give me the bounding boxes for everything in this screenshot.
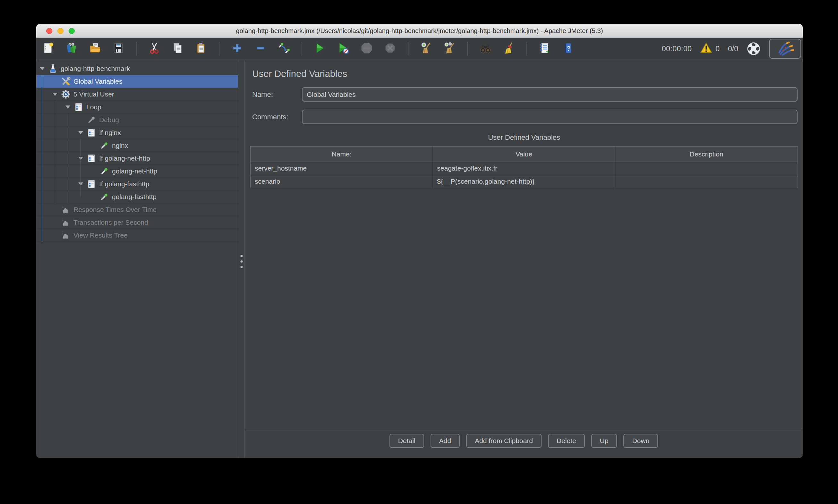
comments-input[interactable]: [302, 110, 798, 124]
sampler-disabled-icon: [86, 114, 97, 126]
close-window-button[interactable]: [46, 28, 52, 34]
expand-arrow-icon[interactable]: [75, 157, 86, 160]
clear-all-icon: [443, 42, 456, 56]
table-row: scenario${__P(scenario,golang-net-http)}: [250, 175, 798, 188]
new-button[interactable]: [42, 42, 54, 55]
expand-arrow-icon[interactable]: [50, 93, 60, 96]
expand-arrow-icon[interactable]: [63, 106, 73, 109]
jmeter-logo-icon: [776, 40, 795, 57]
new-file-icon: [42, 42, 54, 56]
tree-item-debug[interactable]: Debug: [36, 113, 238, 126]
tree-item-label: If golang-fasthttp: [99, 180, 149, 188]
add-from-clipboard-button[interactable]: Add from Clipboard: [466, 434, 542, 448]
tree-item-label: nginx: [112, 142, 128, 149]
table-header-row: Name:ValueDescription: [250, 146, 798, 162]
clear-button[interactable]: [420, 42, 433, 55]
tree-item-view-results-tree[interactable]: View Results Tree: [36, 229, 238, 242]
table-cell[interactable]: seagate-goflex.itix.fr: [433, 162, 615, 175]
tree-item-golang-net-http[interactable]: golang-net-http: [36, 165, 238, 178]
paste-icon: [195, 42, 208, 56]
toolbar-separator: [219, 42, 220, 56]
titlebar[interactable]: golang-http-benchmark.jmx (/Users/nicola…: [36, 24, 803, 38]
name-input[interactable]: [302, 87, 798, 102]
start-no-pauses-button[interactable]: [337, 42, 350, 55]
start-button[interactable]: [313, 42, 326, 55]
controller-icon: [86, 127, 97, 139]
variables-icon: [60, 76, 72, 87]
warning-icon: [700, 42, 712, 55]
expand-arrow-icon[interactable]: [75, 131, 86, 134]
open-button[interactable]: [89, 42, 101, 55]
cut-button[interactable]: [148, 42, 161, 55]
table-row: server_hostnameseagate-goflex.itix.fr: [250, 162, 798, 175]
toggle-icon: [278, 42, 290, 56]
table-cell[interactable]: ${__P(scenario,golang-net-http)}: [433, 175, 615, 188]
function-helper-button[interactable]: [538, 42, 551, 55]
cut-icon: [148, 42, 161, 56]
detail-button[interactable]: Detail: [389, 434, 424, 448]
tree-item-label: 5 Virtual User: [73, 90, 114, 98]
chart-listener-icon: [60, 230, 72, 241]
paste-button[interactable]: [195, 42, 208, 55]
test-plan-icon: [47, 63, 59, 74]
udv-editor-panel: User Defined Variables Name: Comments: U…: [244, 60, 803, 458]
tree-item-loop[interactable]: Loop: [36, 101, 238, 113]
tree-item-nginx[interactable]: nginx: [36, 139, 238, 152]
plus-icon: [231, 42, 244, 56]
expand-arrow-icon[interactable]: [75, 182, 86, 186]
up-button[interactable]: Up: [591, 434, 617, 448]
copy-button[interactable]: [171, 42, 184, 55]
button-bar-divider: [245, 429, 803, 429]
function-helper-icon: [538, 42, 551, 56]
tree-item-label: View Results Tree: [73, 232, 128, 239]
table-button-bar: DetailAddAdd from ClipboardDeleteUpDown: [245, 434, 803, 448]
table-cell[interactable]: [615, 175, 798, 188]
down-button[interactable]: Down: [623, 434, 658, 448]
expand-arrow-icon[interactable]: [37, 67, 47, 70]
remove-button[interactable]: [254, 42, 267, 55]
minimize-window-button[interactable]: [57, 28, 64, 34]
save-button[interactable]: [112, 42, 125, 55]
clear-icon: [420, 42, 433, 56]
help-button[interactable]: ?: [562, 42, 575, 55]
clear-all-button[interactable]: [443, 42, 456, 55]
reset-search-icon: [502, 42, 515, 56]
jmeter-logo-button[interactable]: [769, 39, 801, 59]
splitter[interactable]: [238, 60, 244, 458]
log-warning-indicator[interactable]: 0: [700, 42, 720, 55]
add-button[interactable]: Add: [431, 434, 460, 448]
search-button[interactable]: [479, 42, 492, 55]
table-cell[interactable]: [615, 162, 798, 175]
table-cell[interactable]: scenario: [250, 175, 433, 188]
tree-item-label: If nginx: [99, 129, 121, 137]
templates-button[interactable]: [65, 42, 78, 55]
desktop: { "window": { "title": "golang-http-benc…: [0, 0, 838, 504]
toggle-button[interactable]: [278, 42, 290, 55]
tree-item-if-nginx[interactable]: If nginx: [36, 126, 238, 139]
tree-item-global-variables[interactable]: Global Variables: [36, 75, 238, 88]
search-icon: [479, 42, 492, 56]
tree-item-transactions-per-second[interactable]: Transactions per Second: [36, 216, 238, 229]
tree-item-response-times-over-time[interactable]: Response Times Over Time: [36, 203, 238, 216]
copy-icon: [171, 42, 184, 56]
tree-item-label: Loop: [86, 103, 101, 111]
tree-item-if-golang-net-http[interactable]: If golang-net-http: [36, 152, 238, 165]
reset-search-button[interactable]: [502, 42, 515, 55]
templates-icon: [65, 42, 78, 56]
tree-item-golang-http-benchmark[interactable]: golang-http-benchmark: [36, 62, 238, 75]
shutdown-button[interactable]: [384, 42, 397, 55]
tree-item-label: Response Times Over Time: [73, 206, 157, 214]
table-cell[interactable]: server_hostname: [250, 162, 433, 175]
tree-item-golang-fasthttp[interactable]: golang-fasthttp: [36, 191, 238, 203]
delete-button[interactable]: Delete: [548, 434, 585, 448]
tree-item-if-golang-fasthttp[interactable]: If golang-fasthttp: [36, 178, 238, 191]
tree-item-label: Debug: [99, 116, 119, 124]
add-button[interactable]: [231, 42, 244, 55]
toolbar: STOP? 00:00:00 0 0/0: [36, 38, 803, 60]
tree-item-5-virtual-user[interactable]: 5 Virtual User: [36, 88, 238, 101]
panel-title: User Defined Variables: [252, 69, 347, 79]
tree-item-label: golang-net-http: [112, 167, 157, 175]
zoom-window-button[interactable]: [69, 28, 75, 34]
tree-item-label: golang-fasthttp: [112, 193, 157, 201]
stop-button[interactable]: STOP: [360, 42, 373, 55]
